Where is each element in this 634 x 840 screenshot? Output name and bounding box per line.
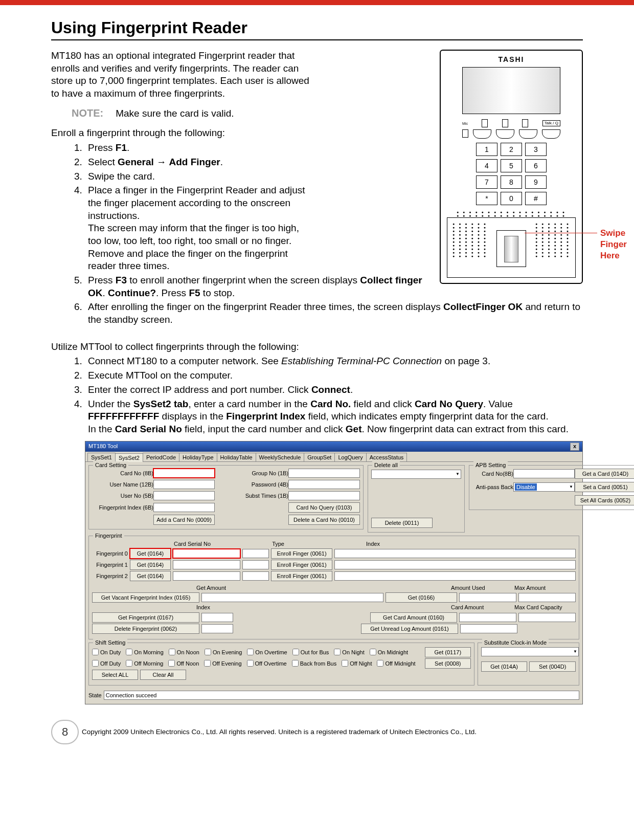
on-duty-checkbox[interactable]: On Duty: [92, 649, 121, 656]
delete-all-group: Delete all ▼ Delete (0011): [368, 465, 465, 533]
del-fp-index-input[interactable]: [201, 624, 233, 633]
set-card-button[interactable]: Set a Card (0051): [575, 482, 634, 492]
type-2-input[interactable]: [242, 571, 269, 581]
off-morning-checkbox[interactable]: Off Morning: [126, 660, 163, 667]
sub-set-button[interactable]: Set (004D): [529, 661, 576, 672]
label: Amount Used: [451, 584, 512, 591]
type-0-input[interactable]: [242, 549, 269, 558]
on-noon-checkbox[interactable]: On Noon: [169, 649, 199, 656]
get-fp2-button[interactable]: Get (0164): [130, 571, 171, 581]
label: Card No(8B): [472, 470, 513, 477]
type-1-input[interactable]: [242, 560, 269, 569]
fp-index-input[interactable]: [153, 503, 215, 512]
legend: Fingerprint: [93, 532, 124, 539]
group-no-input[interactable]: [288, 469, 360, 478]
user-no-input[interactable]: [153, 491, 215, 500]
sub-get-button[interactable]: Get (014A): [481, 661, 528, 672]
substitute-select[interactable]: ▼: [481, 647, 579, 656]
label: Group No (1B): [227, 470, 288, 477]
on-night-checkbox[interactable]: On Night: [334, 649, 364, 656]
vacant-button[interactable]: Get Vacant Fingerprint Index (0165): [92, 592, 199, 603]
max-amount-input[interactable]: [518, 593, 576, 602]
titlebar: MT180 Tool x: [85, 441, 582, 452]
serial-1-input[interactable]: [173, 560, 240, 569]
shift-get-button[interactable]: Get (0117): [425, 647, 471, 657]
get-card-amount-button[interactable]: Get Card Amount (0160): [370, 612, 457, 623]
tab-logquery[interactable]: LogQuery: [334, 453, 366, 461]
get-unread-button[interactable]: Get Unread Log Amount (0161): [361, 624, 458, 634]
delete-card-button[interactable]: Delete a Card No (0010): [288, 515, 360, 525]
subst-input[interactable]: [288, 491, 360, 500]
select-all-button[interactable]: Select ALL: [92, 670, 138, 680]
key-9: 9: [525, 175, 547, 189]
serial-0-input[interactable]: [173, 549, 240, 558]
key-hash: #: [525, 192, 547, 205]
get-fp1-button[interactable]: Get (0164): [130, 560, 171, 570]
label: Card Amount: [451, 604, 512, 611]
clear-all-button[interactable]: Clear All: [140, 670, 186, 680]
close-icon[interactable]: x: [570, 443, 579, 451]
intro-paragraph: MT180 has an optional integrated Fingerp…: [51, 50, 317, 100]
enroll-1-button[interactable]: Enroll Finger (0061): [271, 560, 332, 570]
index-2-input[interactable]: [334, 571, 576, 581]
password-input[interactable]: [288, 480, 360, 489]
max-card-input[interactable]: [518, 613, 576, 622]
vacant-output[interactable]: [201, 593, 383, 602]
delete-button[interactable]: Delete (0011): [371, 518, 433, 528]
tab-holidaytable[interactable]: HolidayTable: [217, 453, 256, 461]
on-morning-checkbox[interactable]: On Morning: [126, 649, 163, 656]
key-1: 1: [476, 143, 497, 156]
tab-accessstatus[interactable]: AccessStatus: [366, 453, 407, 461]
off-evening-checkbox[interactable]: Off Evening: [204, 660, 241, 667]
get-fp-index-input[interactable]: [201, 613, 233, 622]
serial-2-input[interactable]: [173, 571, 240, 581]
index-0-input[interactable]: [334, 549, 576, 558]
label: Password (4B): [227, 481, 288, 488]
device-illustration: TASHI Mic Talk / Q: [440, 50, 583, 284]
delete-select[interactable]: ▼: [371, 470, 461, 479]
key-star: *: [476, 192, 497, 205]
off-overtime-checkbox[interactable]: Off Overtime: [247, 660, 287, 667]
tab-holidaytype[interactable]: HolidayType: [179, 453, 217, 461]
off-noon-checkbox[interactable]: Off Noon: [168, 660, 199, 667]
tab-groupset[interactable]: GroupSet: [304, 453, 335, 461]
antipass-select[interactable]: Disable▼: [513, 482, 575, 492]
tab-sysset1[interactable]: SysSet1: [87, 453, 116, 461]
label: Index: [196, 604, 210, 611]
note-label: NOTE:: [72, 106, 103, 120]
unread-output[interactable]: [460, 624, 517, 633]
key-7: 7: [476, 175, 497, 189]
user-name-input[interactable]: [153, 480, 215, 489]
on-evening-checkbox[interactable]: On Evening: [205, 649, 242, 656]
delete-fingerprint-button[interactable]: Delete Fingerprint (0062): [92, 624, 199, 634]
get-0166-button[interactable]: Get (0166): [386, 592, 457, 603]
get-fingerprint-button[interactable]: Get Fingerprint (0167): [92, 612, 199, 623]
off-duty-checkbox[interactable]: Off Duty: [92, 660, 121, 667]
back-from-bus-checkbox[interactable]: Back from Bus: [292, 660, 337, 667]
off-midnight-checkbox[interactable]: Off Midnight: [377, 660, 415, 667]
led-icon: [502, 119, 508, 127]
card-no-query-button[interactable]: Card No Query (0103): [288, 502, 360, 513]
list-item: After enrolling the finger on the finger…: [85, 301, 583, 326]
enroll-2-button[interactable]: Enroll Finger (0061): [271, 571, 332, 581]
enroll-0-button[interactable]: Enroll Finger (0061): [271, 548, 332, 559]
get-card-button[interactable]: Get a Card (014D): [575, 469, 634, 479]
shift-set-button[interactable]: Set (0008): [425, 658, 471, 669]
card-no-input[interactable]: [153, 469, 215, 478]
fingerprint-group: Fingerprint Card Serial No Type Index Fi…: [88, 536, 579, 639]
add-card-button[interactable]: Add a Card No (0009): [153, 515, 215, 525]
legend: APB Setting: [473, 461, 508, 469]
amount-used-input[interactable]: [459, 593, 516, 602]
card-amount-input[interactable]: [459, 613, 516, 622]
on-overtime-checkbox[interactable]: On Overtime: [247, 649, 287, 656]
set-all-cards-button[interactable]: Set All Cards (0052): [575, 495, 634, 505]
tab-weeklyschedule[interactable]: WeeklySchedule: [256, 453, 305, 461]
index-1-input[interactable]: [334, 560, 576, 569]
apb-card-no-input[interactable]: [513, 469, 575, 478]
off-night-checkbox[interactable]: Off Night: [342, 660, 372, 667]
tab-sysset2[interactable]: SysSet2: [115, 453, 143, 462]
out-for-bus-checkbox[interactable]: Out for Bus: [292, 649, 329, 656]
on-midnight-checkbox[interactable]: On Midnight: [370, 649, 408, 656]
get-fp0-button[interactable]: Get (0164): [130, 548, 171, 559]
tab-periodcode[interactable]: PeriodCode: [143, 453, 179, 461]
